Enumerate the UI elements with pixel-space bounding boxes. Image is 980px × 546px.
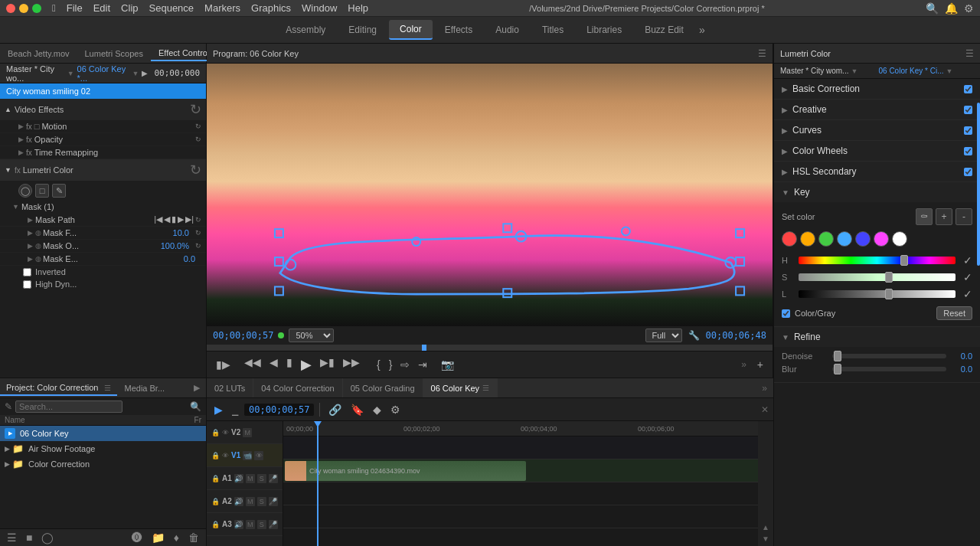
tl-razor-tool[interactable]: ⎯ <box>229 403 241 417</box>
timecode-left[interactable]: 00;00;00;57 <box>213 330 273 341</box>
controls-more[interactable]: » <box>738 358 750 371</box>
scrub-head[interactable] <box>422 345 426 351</box>
window-controls[interactable] <box>6 4 41 13</box>
h-slider-check[interactable]: ✓ <box>963 254 972 266</box>
slider-icon[interactable]: ⓿ <box>129 531 145 544</box>
zoom-select[interactable]: 50% 25% 75% 100% <box>289 329 334 342</box>
eyedropper-plus-button[interactable]: + <box>936 208 952 225</box>
ec-dropdown-arrow[interactable]: ▼ <box>67 70 74 77</box>
new-item-btn[interactable]: ♦ <box>172 531 181 544</box>
folder-expand-arrow[interactable]: ▶ <box>5 445 10 453</box>
mask-header[interactable]: ▼ Mask (1) <box>0 201 206 213</box>
track-v1-eye[interactable]: 👁 <box>222 452 229 459</box>
close-button[interactable] <box>6 4 15 13</box>
minimize-button[interactable] <box>19 4 28 13</box>
tab-lumetri-scopes[interactable]: Lumetri Scopes <box>77 47 151 60</box>
track-area-v1[interactable]: City woman smiling 024634390.mov <box>283 459 758 482</box>
mask-opacity-reset[interactable]: ↻ <box>195 242 201 250</box>
creative-header[interactable]: ▶ Creative <box>774 100 980 119</box>
mask-expansion-expand[interactable]: ▶ <box>28 255 33 263</box>
l-slider-thumb[interactable] <box>885 289 893 299</box>
creative-checkbox[interactable] <box>964 106 972 114</box>
color-gray-checkbox[interactable] <box>782 309 790 318</box>
fx-mask-feather-row[interactable]: ▶ ◍ Mask F... 10.0 ↻ <box>0 227 206 240</box>
settings-icon[interactable]: ⚙ <box>964 2 974 15</box>
prev-edit-btn[interactable]: ◀ <box>266 355 281 374</box>
track-a2-s[interactable]: S <box>257 497 266 506</box>
track-a2-btn[interactable]: 🔊 <box>234 497 243 506</box>
icon-view-btn[interactable]: ■ <box>24 531 34 544</box>
menu-markers[interactable]: Markers <box>204 2 240 14</box>
l-slider-check[interactable]: ✓ <box>963 288 972 300</box>
denoise-thumb[interactable] <box>834 351 841 361</box>
basic-correction-checkbox[interactable] <box>964 85 972 93</box>
tab-titles[interactable]: Titles <box>531 21 574 39</box>
mask-path-first[interactable]: |◀ <box>154 214 162 224</box>
hsl-checkbox[interactable] <box>964 168 972 176</box>
monitor-settings-icon[interactable]: 🔧 <box>688 330 700 341</box>
freeform-btn[interactable]: ◯ <box>39 531 56 544</box>
tab-editing[interactable]: Editing <box>338 21 387 39</box>
track-v2-mute[interactable]: M <box>243 428 252 437</box>
play-btn[interactable]: ▶ <box>298 355 315 374</box>
color-wheels-checkbox[interactable] <box>964 147 972 155</box>
step-back-btn[interactable]: ◀◀ <box>241 355 264 374</box>
insert-btn[interactable]: ⇨ <box>397 357 413 372</box>
tab-audio[interactable]: Audio <box>485 21 530 39</box>
track-a1-m[interactable]: M <box>246 474 255 483</box>
tl-timecode[interactable]: 00;00;00;57 <box>244 404 314 416</box>
denoise-slider[interactable] <box>832 354 946 358</box>
blur-thumb[interactable] <box>834 364 841 374</box>
mask-path-reset[interactable]: ↻ <box>195 216 201 224</box>
s-slider-track[interactable] <box>799 273 956 281</box>
notification-icon[interactable]: 🔔 <box>945 2 958 15</box>
tl-scroll-up[interactable]: ▲ <box>762 523 769 531</box>
list-item[interactable]: ▶ 06 Color Key <box>0 426 206 441</box>
hsl-header[interactable]: ▶ HSL Secondary <box>774 162 980 181</box>
fx-opacity-row[interactable]: ▶ fx Opacity ↻ <box>0 133 206 146</box>
new-bin-btn[interactable]: 📁 <box>149 531 167 544</box>
tab-beach-jetty[interactable]: Beach Jetty.mov <box>0 47 77 60</box>
mark-out-btn[interactable]: } <box>386 357 396 372</box>
track-a1-lock[interactable]: 🔒 <box>211 475 220 482</box>
fx-video-effects-header[interactable]: ▲ Video Effects ↻ <box>0 99 206 120</box>
track-a3-s[interactable]: S <box>257 520 266 529</box>
track-area-a1[interactable] <box>283 482 758 505</box>
track-a1-btn[interactable]: 🔊 <box>234 474 243 483</box>
track-area-v2[interactable] <box>283 436 758 459</box>
maximize-button[interactable] <box>32 4 41 13</box>
swatch-orange[interactable] <box>800 231 815 247</box>
fx-mask-feather-value[interactable]: 10.0 <box>173 228 189 237</box>
monitor-menu-icon[interactable]: ☰ <box>758 48 766 59</box>
workspace-more[interactable]: » <box>699 24 705 36</box>
timeline-clip[interactable]: City woman smiling 024634390.mov <box>285 461 526 481</box>
fx-mask-expansion-value[interactable]: 0.0 <box>184 254 195 263</box>
refine-header[interactable]: ▼ Refine <box>774 327 980 347</box>
curves-checkbox[interactable] <box>964 126 972 135</box>
mask-ellipse-tool[interactable]: ◯ <box>18 184 32 198</box>
search-icon[interactable]: 🔍 <box>926 2 939 15</box>
menu-apple[interactable]:  <box>52 2 56 14</box>
fx-motion-row[interactable]: ▶ fx □ Motion ↻ <box>0 120 206 133</box>
fx-motion-reset[interactable]: ↻ <box>195 123 201 130</box>
menu-help[interactable]: Help <box>348 2 368 14</box>
lumetri-source-arrow[interactable]: ▼ <box>851 67 858 75</box>
track-v1-lock[interactable]: 🔒 <box>211 452 220 459</box>
fx-opacity-reset[interactable]: ↻ <box>195 136 201 143</box>
list-item[interactable]: ▶ 📁 Air Show Footage <box>0 441 206 456</box>
lumetri-clip-arrow[interactable]: ▼ <box>946 67 953 75</box>
export-frame-btn[interactable]: 📷 <box>438 357 457 372</box>
delete-btn[interactable]: 🗑 <box>186 531 201 544</box>
mask-rectangle-tool[interactable]: □ <box>35 184 49 198</box>
timeline-tab-06key[interactable]: 06 Color Key ☰ <box>423 378 498 397</box>
menu-sequence[interactable]: Sequence <box>149 2 194 14</box>
tl-close-btn[interactable]: ✕ <box>761 404 769 415</box>
tab-06-menu[interactable]: ☰ <box>482 384 489 392</box>
ec-play-triangle[interactable]: ▶ <box>142 69 148 77</box>
swatch-blue[interactable] <box>855 231 871 247</box>
fx-lumetri-header[interactable]: ▼ fx Lumetri Color ↻ <box>0 159 206 181</box>
timeline-tab-05grading[interactable]: 05 Color Grading <box>343 378 423 397</box>
folder-expand-arrow2[interactable]: ▶ <box>5 460 10 468</box>
timecode-right-val[interactable]: 00;00;06;48 <box>706 330 766 341</box>
mask-pen-tool[interactable]: ✎ <box>52 184 66 198</box>
